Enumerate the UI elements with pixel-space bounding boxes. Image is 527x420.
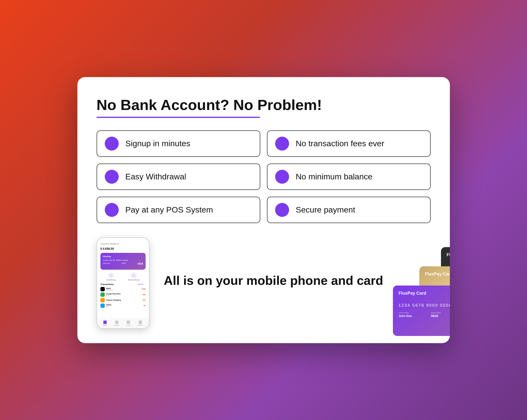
nav-savings[interactable]: Savings	[114, 321, 119, 326]
feature-item-pos: Pay at any POS System	[97, 197, 260, 223]
savings-icon	[115, 321, 119, 324]
tx-apple-amount: -799$	[141, 288, 146, 290]
receive-label: Receive Money	[128, 279, 139, 281]
amazon-icon	[100, 298, 105, 302]
tx-amazon-amount: -99$	[142, 299, 145, 301]
gold-card-name: FluxPay Card	[425, 272, 450, 276]
main-card: No Bank Account? No Problem! Signup in m…	[77, 77, 450, 343]
bottom-section: Current balance $ 4.658,50 FluxPay 1234 …	[97, 237, 431, 329]
purple-card-name: FluxPay Card	[399, 291, 426, 296]
purple-card-holder: John Doe	[399, 314, 412, 318]
twitter-icon	[100, 303, 105, 308]
apple-icon	[100, 287, 105, 291]
feature-dot-signup	[105, 137, 119, 151]
nav-savings-label: Savings	[114, 324, 119, 326]
nav-account[interactable]: Account	[138, 321, 143, 326]
title-underline	[97, 117, 260, 118]
feature-dot-withdrawal	[105, 170, 119, 184]
feature-dot-secure	[275, 203, 289, 217]
tx-apple: Apple Electronics -799$	[100, 287, 146, 291]
nav-cards[interactable]: Cards	[126, 321, 130, 326]
phone-balance-value: $ 4.658,50	[100, 247, 146, 250]
nav-account-label: Account	[138, 324, 143, 326]
tx-google: Google Play Store Apps -40$	[100, 292, 146, 297]
phone-card-expiry: 09/28	[121, 262, 126, 265]
features-grid: Signup in minutes No transaction fees ev…	[97, 130, 431, 223]
feature-item-no-min: No minimum balance	[267, 163, 431, 190]
cards-icon	[127, 321, 130, 324]
receive-icon: ↓	[131, 273, 136, 278]
home-icon	[103, 321, 107, 324]
card-purple: FluxPay Card )) 1234 5678 9000 0000 Card…	[393, 286, 450, 336]
dark-card-name: FluxPay Card	[447, 252, 450, 257]
receive-money-btn[interactable]: ↓ Receive Money	[128, 273, 139, 281]
tx-google-amount: -40$	[142, 294, 145, 295]
tx-apple-name: Apple	[106, 287, 140, 289]
view-all-link[interactable]: View all →	[138, 283, 146, 285]
phone-card-number: 1234 5678 9000 0000	[103, 259, 143, 261]
phone-mockup: Current balance $ 4.658,50 FluxPay 1234 …	[97, 237, 150, 329]
feature-dot-no-min	[275, 170, 289, 184]
nav-home[interactable]: Home	[103, 321, 107, 326]
tx-twitter-sub: Ads	[106, 306, 142, 307]
feature-dot-pos	[105, 203, 119, 217]
tx-google-name: Google Play Store	[106, 293, 141, 295]
page-title: No Bank Account? No Problem!	[97, 96, 431, 113]
card-holder-field: Card Holder John Doe	[399, 312, 412, 318]
purple-card-number: 1234 5678 9000 0000	[399, 303, 450, 308]
purple-card-footer: Card Holder John Doe Expiry Date 09/28	[399, 312, 450, 318]
tx-amazon: Amazon Shopping -99$	[100, 298, 146, 302]
feature-item-withdrawal: Easy Withdrawal	[97, 163, 260, 190]
feature-label-withdrawal: Easy Withdrawal	[125, 172, 186, 181]
tx-google-sub: Apps	[106, 295, 141, 296]
send-money-btn[interactable]: ↑ Send Money	[107, 273, 116, 281]
tx-amazon-name: Amazon Shopping	[106, 299, 141, 301]
transactions-header: Transactions View all →	[100, 283, 146, 286]
phone-visa-logo: VISA	[137, 262, 143, 265]
feature-label-pos: Pay at any POS System	[125, 205, 213, 215]
nav-home-label: Home	[103, 324, 107, 326]
phone-balance-label: Current balance	[100, 242, 146, 245]
feature-dot-no-fees	[275, 137, 289, 151]
bottom-text: All is on your mobile phone and card	[164, 273, 383, 288]
tx-apple-sub: Electronics	[106, 289, 140, 291]
tx-twitter-amount: -9$	[143, 305, 145, 306]
phone-actions: ↑ Send Money ↓ Receive Money	[100, 273, 146, 281]
feature-item-secure: Secure payment	[267, 197, 431, 223]
phone-card-brand: FluxPay	[103, 255, 143, 258]
phone-mini-card: FluxPay 1234 5678 9000 0000 John Doe 09/…	[100, 253, 146, 270]
feature-item-signup: Signup in minutes	[97, 130, 260, 157]
cards-stack: FluxPay Card ))	[398, 247, 450, 334]
feature-label-signup: Signup in minutes	[125, 139, 190, 148]
google-icon	[100, 292, 105, 297]
purple-card-expiry: 09/28	[431, 314, 441, 318]
phone-nav: Home Savings Cards Account	[97, 318, 149, 328]
feature-label-no-fees: No transaction fees ever	[296, 139, 384, 148]
send-icon: ↑	[108, 273, 114, 278]
phone-card-holder: John Doe	[103, 262, 110, 265]
send-label: Send Money	[107, 279, 116, 281]
nav-cards-label: Cards	[126, 324, 130, 326]
transactions-label: Transactions	[100, 283, 114, 286]
tx-twitter-name: Twitter	[106, 304, 142, 306]
feature-label-no-min: No minimum balance	[296, 172, 373, 181]
card-expiry-field: Expiry Date 09/28	[431, 312, 441, 318]
account-icon	[139, 321, 142, 324]
tx-twitter: Twitter Ads -9$	[100, 303, 146, 308]
feature-label-secure: Secure payment	[296, 205, 355, 215]
feature-item-no-fees: No transaction fees ever	[267, 130, 431, 157]
